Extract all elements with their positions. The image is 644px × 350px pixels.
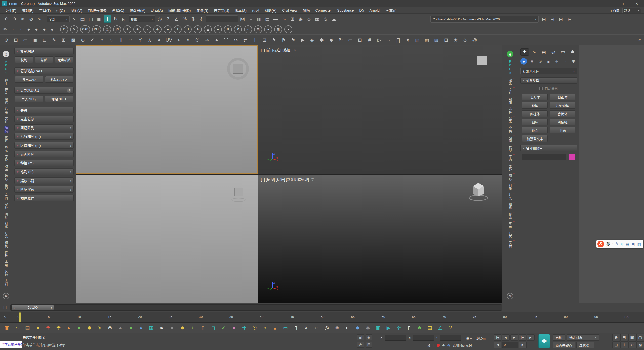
cloud-render-icon[interactable]: ☁ xyxy=(330,15,338,23)
pyramid-blue-icon[interactable]: ▲ xyxy=(137,324,145,332)
sogou-logo-icon[interactable]: S xyxy=(597,241,604,247)
display-tab-icon[interactable]: ▭ xyxy=(559,48,567,56)
folder-icon[interactable]: ⊟ xyxy=(12,36,20,44)
cameras-category-icon[interactable]: ▣ xyxy=(545,58,552,65)
lemon-icon[interactable]: ● xyxy=(34,324,42,332)
circle-icon[interactable]: ○ xyxy=(98,36,106,44)
right-tab[interactable]: 显示 * xyxy=(508,116,513,124)
bench-tool-icon[interactable]: ▄ xyxy=(204,25,212,33)
snap-toggle-icon[interactable]: 3 xyxy=(164,15,172,23)
ime-skin-icon[interactable]: ▣ xyxy=(632,242,635,246)
right-tab[interactable]: 选择 * xyxy=(508,107,513,114)
menu-item[interactable]: Arnold xyxy=(367,8,382,12)
track-bar[interactable]: ∿ 05101520253035404550556065707580859095… xyxy=(0,312,644,323)
ime-pen-icon[interactable]: ✎ xyxy=(615,242,619,246)
bind-to-space-warp-icon[interactable]: ∿ xyxy=(36,15,43,23)
bulb-yellow-icon[interactable]: ☉ xyxy=(251,324,258,332)
collapsed-rollout[interactable]: ♥ 种植 (m) › xyxy=(14,160,74,166)
settings-gear-icon[interactable]: ✱ xyxy=(3,293,9,299)
spray-icon[interactable]: ≋ xyxy=(127,36,134,44)
viewcube[interactable] xyxy=(234,188,243,196)
globe-tool-icon[interactable]: ♁ xyxy=(143,25,151,33)
right-tab[interactable]: 动画 * xyxy=(508,135,513,143)
auto-key-button[interactable]: 自动 xyxy=(553,334,565,341)
edit-named-selection-sets-icon[interactable]: { xyxy=(197,15,205,23)
zoom-all-icon[interactable]: ⊞ xyxy=(620,334,628,341)
zoom-extents-all-icon[interactable]: ▢ xyxy=(636,334,644,341)
monitor-teal-icon[interactable]: ▭ xyxy=(281,324,289,332)
bird-icon[interactable]: ♪ xyxy=(189,324,196,332)
collapsed-rollout[interactable]: ♥ 表面阵列 › xyxy=(14,151,74,157)
ribbon-toggle-icon[interactable]: ▬ xyxy=(272,15,279,23)
wheel-icon[interactable]: ◎ xyxy=(323,324,331,332)
reference-coordinate-dropdown[interactable]: 视图 ▾ xyxy=(129,15,155,22)
globe-green-icon[interactable]: ● xyxy=(127,324,135,332)
shade-icon[interactable]: ◑ xyxy=(175,36,182,44)
dot-icon[interactable]: · xyxy=(10,26,16,33)
geometry-category-icon[interactable]: ● xyxy=(520,58,527,65)
candle-icon[interactable]: ▴ xyxy=(271,324,279,332)
collapsed-rollout[interactable]: ♥ 沿线阵列 (m) › xyxy=(14,133,74,140)
viewport-label[interactable]: [+] [透视] [标准] [默认明暗处理] ▽ xyxy=(261,177,314,182)
curve-editor-icon[interactable]: ∿ xyxy=(280,15,288,23)
play-button[interactable]: ▶ xyxy=(510,334,518,341)
folder-link-icon[interactable]: ⊟ xyxy=(566,15,573,23)
balloon-icon[interactable]: ● xyxy=(230,324,238,332)
menu-item[interactable]: 图形编辑器(D) xyxy=(166,8,193,13)
panel-button[interactable]: 粘贴 xyxy=(35,56,53,63)
walker-tool-icon[interactable]: λ xyxy=(174,25,182,33)
left-tab[interactable]: 开发 xyxy=(4,88,9,95)
walker-icon[interactable]: λ xyxy=(302,324,310,332)
cross-move-icon[interactable]: ✛ xyxy=(395,324,403,332)
ring-dark-icon[interactable]: ○ xyxy=(312,324,320,332)
object-type-button[interactable]: 长方体 xyxy=(522,94,548,100)
people-icon[interactable]: ☻ xyxy=(328,36,335,44)
percent-snap-icon[interactable]: % xyxy=(181,15,188,23)
left-tab[interactable]: 相机 xyxy=(4,241,9,248)
mirror-icon[interactable]: ⋈ xyxy=(239,15,246,23)
flag-gray-icon[interactable]: ⚑ xyxy=(289,36,297,44)
container-icon[interactable]: ⊡ xyxy=(261,36,268,44)
panel-button[interactable]: 定点粘贴 xyxy=(55,56,73,63)
right-tab[interactable]: 文件 * xyxy=(508,88,513,95)
schematic-view-icon[interactable]: ⊞ xyxy=(289,15,296,23)
green-orb-tool-icon[interactable]: ● xyxy=(214,25,222,33)
collapsed-rollout[interactable]: ♥ 简易阵列 › xyxy=(14,124,74,131)
image-tool-icon[interactable]: ▦ xyxy=(274,25,282,33)
feather-icon[interactable]: ❧ xyxy=(158,324,166,332)
menu-item[interactable]: 脚本(S) xyxy=(232,8,249,13)
dot-icon[interactable]: · xyxy=(18,26,24,33)
red-box-icon[interactable]: ▣ xyxy=(31,36,39,44)
panel-teal-icon[interactable]: ▦ xyxy=(147,324,155,332)
people-tool-icon[interactable]: ☻ xyxy=(164,25,172,33)
right-tab[interactable]: 材质 * xyxy=(508,183,513,191)
unlink-selection-icon[interactable]: ⊘ xyxy=(27,15,35,23)
left-tab[interactable]: 材质 xyxy=(4,222,9,229)
collapsed-rollout[interactable]: ♥ 匹配摆放 › xyxy=(14,186,74,193)
offset-mode-icon[interactable]: ⊘ xyxy=(357,342,364,348)
geometry-box-icon[interactable]: ▧ xyxy=(414,36,421,44)
object-type-button[interactable]: 四棱锥 xyxy=(550,119,575,125)
disabled-slot-icon[interactable]: ● xyxy=(49,26,55,33)
gear-icon[interactable]: ✱ xyxy=(318,36,326,44)
sun2-icon[interactable]: ☼ xyxy=(261,324,269,332)
menu-item[interactable]: 扮演家 xyxy=(382,8,398,13)
y-coordinate-field[interactable] xyxy=(413,335,434,341)
selection-lock-toggle-icon[interactable]: ◈ xyxy=(366,334,372,340)
burst-tool-icon[interactable]: ✺ xyxy=(133,25,141,33)
maximize-viewport-toggle-icon[interactable]: ⊠ xyxy=(636,341,644,348)
lock-icon[interactable]: ◈ xyxy=(308,36,316,44)
gear2-icon[interactable]: ✱ xyxy=(364,324,372,332)
menu-item[interactable]: 工具(T) xyxy=(36,8,54,13)
display-icon[interactable]: ▭ xyxy=(22,36,29,44)
play-icon[interactable]: ▶ xyxy=(299,36,306,44)
star-burst-icon[interactable]: ✹ xyxy=(86,324,93,332)
viewport-label[interactable]: [+] [前] [标准] [线框] ▽ xyxy=(261,47,296,52)
sun-icon[interactable]: ☀ xyxy=(184,36,192,44)
wave-icon[interactable]: ∼ xyxy=(385,36,392,44)
go-to-start-button[interactable]: |◀ xyxy=(494,334,501,341)
right-tab[interactable]: 素材 * xyxy=(508,241,513,248)
right-tab[interactable]: 模型 * xyxy=(508,145,513,153)
left-tab[interactable]: 其他 xyxy=(4,269,9,277)
menu-item[interactable]: 视图(V) xyxy=(68,8,85,13)
